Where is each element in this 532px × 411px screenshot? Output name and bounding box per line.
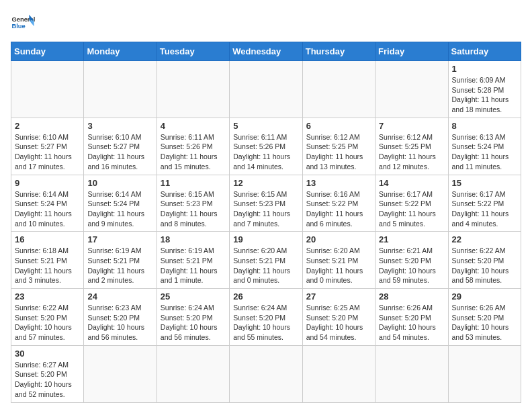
day-cell: 26Sunrise: 6:24 AM Sunset: 5:20 PM Dayli…: [230, 289, 302, 346]
day-cell: 9Sunrise: 6:14 AM Sunset: 5:24 PM Daylig…: [11, 175, 84, 232]
day-cell: [230, 345, 302, 402]
day-info: Sunrise: 6:17 AM Sunset: 5:22 PM Dayligh…: [452, 189, 517, 229]
logo: General Blue: [11, 11, 35, 35]
header: General Blue: [11, 11, 521, 35]
day-number: 24: [87, 291, 152, 302]
day-cell: 17Sunrise: 6:19 AM Sunset: 5:21 PM Dayli…: [84, 232, 157, 289]
day-info: Sunrise: 6:14 AM Sunset: 5:24 PM Dayligh…: [15, 189, 80, 229]
day-number: 20: [306, 234, 371, 244]
week-row-2: 2Sunrise: 6:10 AM Sunset: 5:27 PM Daylig…: [11, 118, 521, 175]
day-cell: 25Sunrise: 6:24 AM Sunset: 5:20 PM Dayli…: [157, 289, 229, 346]
day-cell: 14Sunrise: 6:17 AM Sunset: 5:22 PM Dayli…: [375, 175, 448, 232]
weekday-header-row: SundayMondayTuesdayWednesdayThursdayFrid…: [11, 42, 521, 61]
day-cell: 27Sunrise: 6:25 AM Sunset: 5:20 PM Dayli…: [302, 289, 375, 346]
weekday-header-friday: Friday: [375, 42, 448, 61]
day-cell: 3Sunrise: 6:10 AM Sunset: 5:27 PM Daylig…: [84, 118, 157, 175]
day-info: Sunrise: 6:24 AM Sunset: 5:20 PM Dayligh…: [161, 303, 226, 342]
week-row-4: 16Sunrise: 6:18 AM Sunset: 5:21 PM Dayli…: [11, 232, 521, 289]
day-cell: [302, 61, 375, 118]
day-info: Sunrise: 6:22 AM Sunset: 5:20 PM Dayligh…: [15, 303, 80, 342]
week-row-1: 1Sunrise: 6:09 AM Sunset: 5:28 PM Daylig…: [11, 61, 521, 118]
day-cell: [84, 345, 157, 402]
day-cell: 2Sunrise: 6:10 AM Sunset: 5:27 PM Daylig…: [11, 118, 84, 175]
day-info: Sunrise: 6:15 AM Sunset: 5:23 PM Dayligh…: [161, 189, 226, 229]
day-info: Sunrise: 6:22 AM Sunset: 5:20 PM Dayligh…: [452, 246, 517, 285]
weekday-header-sunday: Sunday: [11, 42, 84, 61]
day-number: 8: [452, 121, 517, 131]
day-info: Sunrise: 6:18 AM Sunset: 5:21 PM Dayligh…: [15, 246, 80, 285]
day-info: Sunrise: 6:25 AM Sunset: 5:20 PM Dayligh…: [306, 303, 371, 342]
day-number: 1: [452, 64, 517, 74]
day-cell: 7Sunrise: 6:12 AM Sunset: 5:25 PM Daylig…: [375, 118, 448, 175]
day-cell: 20Sunrise: 6:20 AM Sunset: 5:21 PM Dayli…: [302, 232, 375, 289]
day-number: 17: [87, 234, 152, 244]
day-cell: 12Sunrise: 6:15 AM Sunset: 5:23 PM Dayli…: [230, 175, 302, 232]
day-cell: [157, 345, 229, 402]
day-cell: 15Sunrise: 6:17 AM Sunset: 5:22 PM Dayli…: [448, 175, 521, 232]
day-cell: 6Sunrise: 6:12 AM Sunset: 5:25 PM Daylig…: [302, 118, 375, 175]
day-number: 3: [87, 121, 152, 131]
day-info: Sunrise: 6:19 AM Sunset: 5:21 PM Dayligh…: [161, 246, 226, 285]
day-number: 30: [15, 349, 80, 359]
weekday-header-monday: Monday: [84, 42, 157, 61]
week-row-3: 9Sunrise: 6:14 AM Sunset: 5:24 PM Daylig…: [11, 175, 521, 232]
day-number: 29: [452, 291, 517, 302]
day-cell: 29Sunrise: 6:26 AM Sunset: 5:20 PM Dayli…: [448, 289, 521, 346]
day-cell: 22Sunrise: 6:22 AM Sunset: 5:20 PM Dayli…: [448, 232, 521, 289]
day-cell: [230, 61, 302, 118]
day-info: Sunrise: 6:20 AM Sunset: 5:21 PM Dayligh…: [306, 246, 371, 285]
day-number: 12: [233, 178, 298, 188]
day-info: Sunrise: 6:21 AM Sunset: 5:20 PM Dayligh…: [379, 246, 444, 285]
day-cell: 1Sunrise: 6:09 AM Sunset: 5:28 PM Daylig…: [448, 61, 521, 118]
week-row-6: 30Sunrise: 6:27 AM Sunset: 5:20 PM Dayli…: [11, 345, 521, 402]
day-number: 16: [15, 234, 80, 244]
day-cell: [84, 61, 157, 118]
day-info: Sunrise: 6:26 AM Sunset: 5:20 PM Dayligh…: [379, 303, 444, 342]
day-info: Sunrise: 6:13 AM Sunset: 5:24 PM Dayligh…: [452, 132, 517, 172]
day-cell: 28Sunrise: 6:26 AM Sunset: 5:20 PM Dayli…: [375, 289, 448, 346]
svg-text:Blue: Blue: [11, 23, 25, 30]
day-cell: 23Sunrise: 6:22 AM Sunset: 5:20 PM Dayli…: [11, 289, 84, 346]
day-info: Sunrise: 6:12 AM Sunset: 5:25 PM Dayligh…: [306, 132, 371, 172]
day-cell: 30Sunrise: 6:27 AM Sunset: 5:20 PM Dayli…: [11, 345, 84, 402]
day-number: 21: [379, 234, 444, 244]
day-number: 22: [452, 234, 517, 244]
day-info: Sunrise: 6:20 AM Sunset: 5:21 PM Dayligh…: [233, 246, 298, 285]
day-number: 4: [161, 121, 226, 131]
day-cell: 21Sunrise: 6:21 AM Sunset: 5:20 PM Dayli…: [375, 232, 448, 289]
day-cell: [302, 345, 375, 402]
day-number: 13: [306, 178, 371, 188]
day-number: 5: [233, 121, 298, 131]
day-info: Sunrise: 6:11 AM Sunset: 5:26 PM Dayligh…: [233, 132, 298, 172]
day-info: Sunrise: 6:17 AM Sunset: 5:22 PM Dayligh…: [379, 189, 444, 229]
week-row-5: 23Sunrise: 6:22 AM Sunset: 5:20 PM Dayli…: [11, 289, 521, 346]
day-number: 11: [161, 178, 226, 188]
day-cell: [448, 345, 521, 402]
day-cell: [11, 61, 84, 118]
day-cell: 8Sunrise: 6:13 AM Sunset: 5:24 PM Daylig…: [448, 118, 521, 175]
day-number: 26: [233, 291, 298, 302]
day-cell: 13Sunrise: 6:16 AM Sunset: 5:22 PM Dayli…: [302, 175, 375, 232]
weekday-header-saturday: Saturday: [448, 42, 521, 61]
day-info: Sunrise: 6:26 AM Sunset: 5:20 PM Dayligh…: [452, 303, 517, 342]
day-info: Sunrise: 6:12 AM Sunset: 5:25 PM Dayligh…: [379, 132, 444, 172]
day-info: Sunrise: 6:24 AM Sunset: 5:20 PM Dayligh…: [233, 303, 298, 342]
day-number: 10: [87, 178, 152, 188]
day-number: 19: [233, 234, 298, 244]
day-cell: 18Sunrise: 6:19 AM Sunset: 5:21 PM Dayli…: [157, 232, 229, 289]
day-cell: 16Sunrise: 6:18 AM Sunset: 5:21 PM Dayli…: [11, 232, 84, 289]
day-info: Sunrise: 6:14 AM Sunset: 5:24 PM Dayligh…: [87, 189, 152, 229]
day-info: Sunrise: 6:11 AM Sunset: 5:26 PM Dayligh…: [161, 132, 226, 172]
day-number: 2: [15, 121, 80, 131]
day-number: 25: [161, 291, 226, 302]
day-cell: [157, 61, 229, 118]
day-info: Sunrise: 6:15 AM Sunset: 5:23 PM Dayligh…: [233, 189, 298, 229]
day-cell: 10Sunrise: 6:14 AM Sunset: 5:24 PM Dayli…: [84, 175, 157, 232]
day-number: 9: [15, 178, 80, 188]
day-number: 14: [379, 178, 444, 188]
day-cell: [375, 61, 448, 118]
day-cell: 11Sunrise: 6:15 AM Sunset: 5:23 PM Dayli…: [157, 175, 229, 232]
day-info: Sunrise: 6:09 AM Sunset: 5:28 PM Dayligh…: [452, 75, 517, 115]
day-cell: 5Sunrise: 6:11 AM Sunset: 5:26 PM Daylig…: [230, 118, 302, 175]
weekday-header-tuesday: Tuesday: [157, 42, 229, 61]
